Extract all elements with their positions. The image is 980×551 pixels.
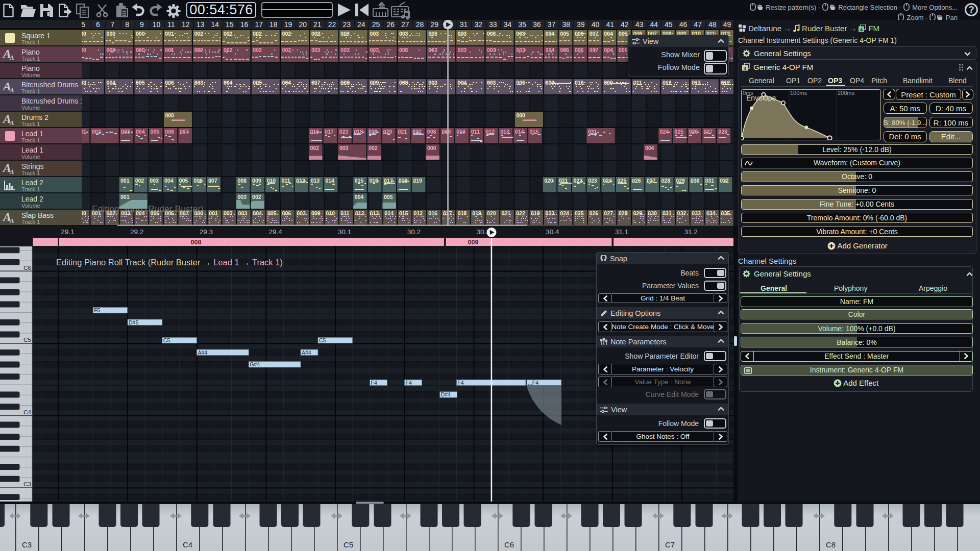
svg-text:003: 003 xyxy=(311,47,321,53)
svg-text:021: 021 xyxy=(398,129,407,135)
svg-text:031: 031 xyxy=(588,129,597,135)
svg-text:004: 004 xyxy=(604,47,613,53)
svg-text:022: 022 xyxy=(516,210,525,216)
svg-text:028: 028 xyxy=(662,178,671,184)
svg-text:006: 006 xyxy=(193,178,203,184)
svg-text:020: 020 xyxy=(487,210,496,216)
svg-text:004: 004 xyxy=(546,47,555,53)
svg-text:47: 47 xyxy=(694,20,702,29)
svg-text:003: 003 xyxy=(458,47,467,53)
svg-text:029: 029 xyxy=(633,210,643,216)
svg-text:C3: C3 xyxy=(23,481,31,487)
svg-text:003: 003 xyxy=(311,31,321,37)
svg-text:001: 001 xyxy=(165,47,174,53)
svg-text:45: 45 xyxy=(665,20,673,29)
svg-text:020: 020 xyxy=(544,178,553,184)
svg-text:018: 018 xyxy=(458,210,467,216)
svg-text:002: 002 xyxy=(92,129,101,135)
svg-text:003: 003 xyxy=(428,47,437,53)
svg-text:18: 18 xyxy=(270,20,278,29)
svg-text:008: 008 xyxy=(427,129,436,135)
svg-text:031: 031 xyxy=(705,178,715,184)
svg-text:016: 016 xyxy=(428,210,437,216)
svg-text:019: 019 xyxy=(531,210,540,216)
svg-text:019: 019 xyxy=(472,210,481,216)
svg-text:019: 019 xyxy=(413,178,422,184)
svg-text:004: 004 xyxy=(604,31,613,37)
svg-text:005: 005 xyxy=(384,194,393,200)
svg-text:031: 031 xyxy=(663,210,672,216)
svg-text:002: 002 xyxy=(310,145,320,151)
svg-text:28: 28 xyxy=(416,20,424,29)
svg-text:013: 013 xyxy=(311,178,320,184)
svg-text:26: 26 xyxy=(386,20,395,29)
svg-text:000: 000 xyxy=(136,31,145,37)
svg-text:003: 003 xyxy=(516,31,525,37)
svg-text:004: 004 xyxy=(546,31,555,37)
svg-text:37: 37 xyxy=(548,20,556,29)
svg-text:F4: F4 xyxy=(371,380,377,386)
svg-text:000: 000 xyxy=(516,112,525,118)
svg-text:005: 005 xyxy=(560,47,569,53)
svg-text:010: 010 xyxy=(267,178,276,184)
svg-text:021: 021 xyxy=(559,178,568,184)
svg-text:003: 003 xyxy=(297,210,306,216)
svg-text:C6: C6 xyxy=(504,540,514,549)
svg-text:001: 001 xyxy=(120,194,130,200)
svg-text:010: 010 xyxy=(326,210,335,216)
svg-text:035: 035 xyxy=(721,210,730,216)
svg-text:F4: F4 xyxy=(457,380,463,386)
svg-text:003: 003 xyxy=(370,31,379,37)
svg-text:003: 003 xyxy=(458,31,467,37)
svg-text:008: 008 xyxy=(340,80,350,86)
svg-text:42: 42 xyxy=(621,20,629,29)
svg-text:4: 4 xyxy=(860,27,863,32)
svg-text:C5: C5 xyxy=(319,337,326,343)
svg-text:000: 000 xyxy=(82,47,86,53)
svg-text:003: 003 xyxy=(428,31,437,37)
svg-text:C7: C7 xyxy=(665,540,675,549)
svg-text:48: 48 xyxy=(708,20,717,29)
svg-text:025: 025 xyxy=(575,210,584,216)
svg-text:C4: C4 xyxy=(23,409,31,415)
svg-text:000: 000 xyxy=(107,47,116,53)
svg-text:028: 028 xyxy=(619,210,628,216)
svg-text:009: 009 xyxy=(370,80,379,86)
svg-text:015: 015 xyxy=(530,129,539,135)
svg-text:018: 018 xyxy=(354,129,363,135)
svg-text:002: 002 xyxy=(194,47,204,53)
svg-text:013: 013 xyxy=(370,210,379,216)
svg-text:002: 002 xyxy=(282,31,291,37)
svg-text:009: 009 xyxy=(468,239,479,246)
svg-text:007: 007 xyxy=(208,178,217,184)
svg-text:022: 022 xyxy=(412,129,422,135)
svg-text:29.3: 29.3 xyxy=(200,228,213,236)
svg-text:19: 19 xyxy=(284,20,292,29)
svg-text:028: 028 xyxy=(718,129,727,135)
svg-text:015: 015 xyxy=(399,210,408,216)
svg-text:006: 006 xyxy=(165,80,174,86)
svg-text:C8: C8 xyxy=(826,540,836,549)
svg-text:024: 024 xyxy=(660,129,669,135)
svg-text:003: 003 xyxy=(150,178,159,184)
svg-text:49: 49 xyxy=(723,20,731,29)
svg-text:011: 011 xyxy=(281,178,290,184)
svg-text:008: 008 xyxy=(191,239,202,246)
svg-text:15: 15 xyxy=(226,20,234,29)
svg-text:36: 36 xyxy=(533,20,541,29)
svg-text:...F4: ...F4 xyxy=(528,380,538,386)
svg-text:020: 020 xyxy=(383,129,393,135)
svg-text:027: 027 xyxy=(604,210,613,216)
svg-text:17: 17 xyxy=(255,20,263,29)
svg-text:002: 002 xyxy=(224,210,233,216)
svg-text:004: 004 xyxy=(458,80,467,86)
svg-text:A#4: A#4 xyxy=(198,349,207,356)
svg-text:023: 023 xyxy=(588,178,597,184)
svg-text:007: 007 xyxy=(180,129,189,135)
svg-text:008: 008 xyxy=(399,80,408,86)
svg-text:27: 27 xyxy=(401,20,409,29)
svg-text:002: 002 xyxy=(253,47,262,53)
svg-text:004: 004 xyxy=(355,194,364,200)
svg-text:006: 006 xyxy=(575,47,584,53)
svg-text:34: 34 xyxy=(504,20,512,29)
